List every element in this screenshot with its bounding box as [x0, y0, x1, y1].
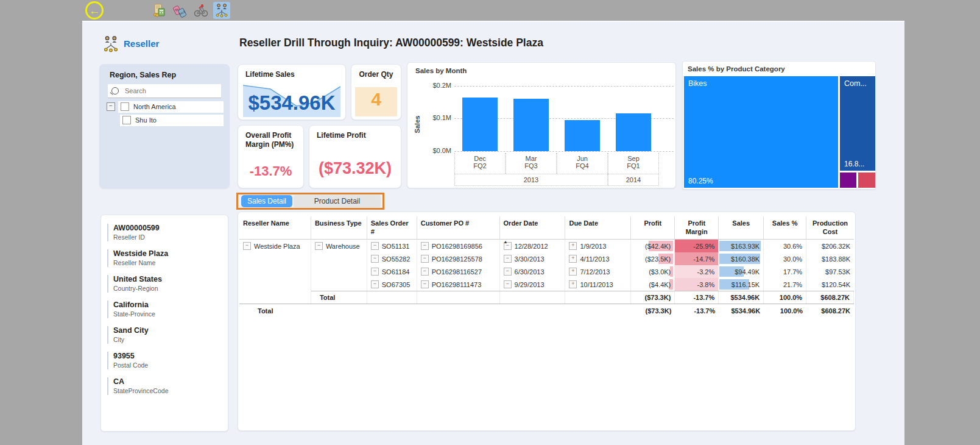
column-header-order-date[interactable]: Order Date▲	[500, 216, 566, 240]
collapse-icon[interactable]: −	[504, 255, 512, 263]
cell: 21.7%	[764, 278, 806, 291]
collapse-icon[interactable]: −	[421, 255, 429, 263]
cell: −PO16298116527	[417, 265, 500, 278]
column-header-sales-order-[interactable]: Sales Order #	[367, 216, 417, 240]
column-header-sales[interactable]: Sales	[719, 216, 764, 240]
treemap-tile-bikes[interactable]: Bikes80.25%	[684, 76, 838, 188]
collapse-icon[interactable]: −	[315, 242, 323, 250]
expand-icon[interactable]: +	[569, 242, 577, 250]
detail-label: City	[113, 335, 228, 344]
detail-card-item: Sand CityCity	[107, 326, 228, 344]
cell: 17.7%	[764, 265, 806, 278]
sales-bar[interactable]	[616, 113, 651, 151]
treemap-tile-label: Bikes	[688, 79, 707, 88]
collapse-icon[interactable]: −	[504, 280, 512, 288]
cell	[367, 304, 417, 317]
cell-text: Total	[320, 294, 335, 301]
column-header-profit[interactable]: Profit	[631, 216, 675, 240]
tree-expander-icon[interactable]: −	[107, 102, 115, 111]
column-header-reseller-name[interactable]: Reseller Name	[239, 216, 311, 240]
cell-text: $206.32K	[822, 243, 850, 250]
treemap-tile-small-1[interactable]	[840, 173, 856, 188]
cell-text: $160.38K	[731, 255, 760, 263]
y-axis-tick: $0.1M	[414, 114, 451, 121]
bicycle-icon[interactable]	[192, 2, 210, 19]
cell-text: 4/11/2013	[580, 255, 609, 263]
tree-item[interactable]: Shu Ito	[120, 115, 224, 126]
cell	[239, 291, 311, 304]
item-accent-bar	[107, 249, 108, 267]
tab-product-detail[interactable]: Product Detail	[294, 195, 381, 207]
cell: 100.0%	[764, 304, 806, 317]
column-header-business-type[interactable]: Business Type	[311, 216, 367, 240]
collapse-icon[interactable]: −	[371, 268, 379, 276]
tabs-annotation-box: Sales DetailProduct Detail	[236, 193, 384, 210]
tree-checkbox[interactable]	[122, 116, 131, 124]
collapse-icon[interactable]: −	[421, 268, 429, 276]
collapse-icon[interactable]: −	[371, 280, 379, 288]
expand-icon[interactable]: +	[569, 255, 577, 263]
table-row: −SO55282−PO16298125578−3/30/2013+4/11/20…	[239, 252, 854, 265]
collapse-icon[interactable]: −	[421, 280, 429, 288]
column-header-sales-[interactable]: Sales %	[764, 216, 806, 240]
tree-item[interactable]: North America	[118, 101, 224, 113]
cell-text: ($42.4K)	[645, 243, 671, 250]
cell: 30.6%	[764, 240, 806, 252]
cell: Total	[311, 291, 367, 304]
collapse-icon[interactable]: −	[504, 268, 512, 276]
search-icon	[111, 87, 119, 94]
back-button[interactable]: ←	[85, 1, 104, 20]
finance-calculator-icon[interactable]	[151, 2, 168, 19]
cell: −PO16298125578	[417, 252, 500, 265]
year-group-label: 2013	[454, 174, 608, 186]
cell-text: SO67305	[382, 281, 410, 288]
cell	[239, 265, 311, 278]
expand-icon[interactable]: +	[569, 268, 577, 276]
kpi-title: Lifetime Profit	[317, 131, 401, 140]
cell: ($73.3K)	[631, 291, 675, 304]
sale-tags-icon[interactable]: % SALE	[172, 2, 189, 19]
lifetime-sales-kpi-card: Lifetime Sales $534.96K	[238, 64, 346, 120]
sales-bar[interactable]	[565, 120, 600, 151]
collapse-icon[interactable]: −	[371, 255, 379, 263]
tree-item-label[interactable]: Shu Ito	[135, 116, 157, 124]
collapse-icon[interactable]: −	[371, 242, 379, 250]
cell: −SO67305	[367, 278, 417, 291]
treemap-tile-small-2[interactable]	[858, 173, 875, 188]
column-header-due-date[interactable]: Due Date	[565, 216, 631, 240]
column-header-customer-po-[interactable]: Customer PO #	[417, 216, 500, 240]
cell-text: 21.7%	[783, 281, 802, 288]
cell-text: SO51131	[382, 243, 410, 250]
sales-bar[interactable]	[462, 98, 498, 151]
column-header-profit-margin[interactable]: Profit Margin	[675, 216, 719, 240]
kpi-value: -13.7%	[238, 163, 303, 179]
item-accent-bar	[107, 326, 108, 344]
cell-text: PO16298125578	[432, 255, 482, 263]
sales-bar[interactable]	[513, 99, 549, 151]
screenshot-root: ← % SALE	[0, 0, 980, 445]
detail-label: StateProvinceCode	[113, 386, 228, 396]
cell-text: 7/12/2013	[580, 268, 610, 276]
cell-text: $94.49K	[735, 268, 760, 276]
detail-label: Postal Code	[113, 361, 228, 370]
collapse-icon[interactable]: −	[243, 242, 251, 250]
slicer-search-box[interactable]	[108, 84, 221, 98]
cell-text: 30.6%	[783, 243, 802, 250]
cell: $183.88K	[806, 252, 854, 265]
tab-sales-detail[interactable]: Sales Detail	[241, 195, 292, 207]
kpi-title: Overall Profit Margin (PM%)	[245, 131, 303, 149]
section-label: Reseller	[124, 38, 159, 49]
tree-checkbox[interactable]	[121, 102, 129, 111]
reseller-network-icon[interactable]	[213, 2, 230, 19]
search-input[interactable]	[124, 87, 221, 95]
x-axis-label: SepFQ1	[608, 153, 659, 174]
tree-item-label[interactable]: North America	[133, 103, 176, 110]
cell-text: 1/9/2013	[580, 243, 606, 250]
treemap-tile-components[interactable]: Com...16.8...	[840, 76, 875, 171]
collapse-icon[interactable]: −	[421, 242, 429, 250]
cell: +4/11/2013	[565, 252, 631, 265]
cell: -13.7%	[675, 304, 719, 317]
column-header-production-cost[interactable]: Production Cost	[806, 216, 854, 240]
expand-icon[interactable]: +	[569, 280, 577, 288]
cell: $608.27K	[806, 291, 854, 304]
